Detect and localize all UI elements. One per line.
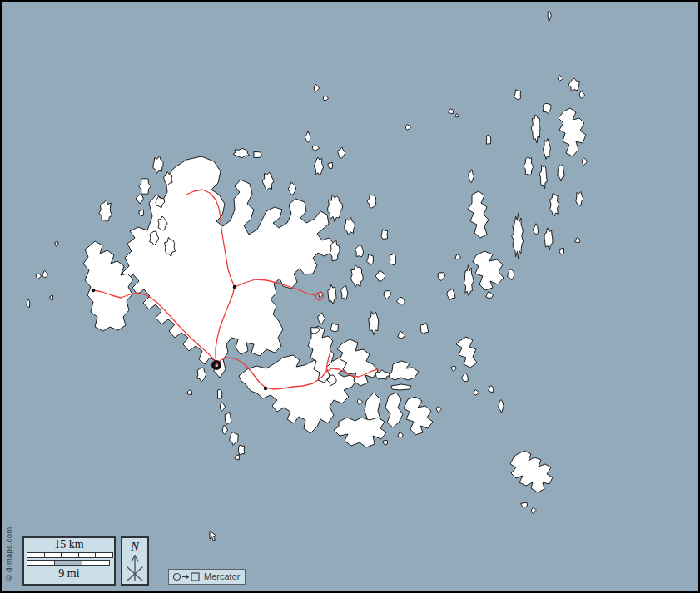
- island: [254, 152, 262, 158]
- copyright-text: © d-maps.com: [4, 502, 13, 581]
- scale-km-label: 15 km: [24, 538, 114, 551]
- scale-segment: [79, 553, 97, 557]
- island: [139, 210, 144, 216]
- map-svg: [2, 2, 700, 593]
- island-foglo-sliver: [391, 384, 411, 390]
- scale-segment: [55, 561, 82, 565]
- scale-bar-km: [27, 552, 113, 558]
- town-dot: [264, 387, 268, 391]
- island: [486, 135, 490, 144]
- scale-bar-mi: [27, 560, 110, 566]
- island: [238, 445, 244, 455]
- island: [235, 455, 239, 460]
- island: [341, 286, 348, 300]
- island: [381, 230, 388, 240]
- projection-box: Mercator: [168, 569, 246, 585]
- town-dot: [233, 285, 237, 289]
- scale-box: 15 km 9 mi: [22, 536, 116, 586]
- scale-segment: [27, 561, 55, 565]
- scale-segment: [96, 553, 112, 557]
- town-dot: [92, 289, 96, 293]
- scale-segment: [45, 553, 62, 557]
- scale-mi-label: 9 mi: [24, 567, 114, 580]
- map-stage: 15 km 9 mi N Mercator: [0, 0, 700, 593]
- island: [217, 390, 222, 399]
- north-label: N: [122, 540, 147, 553]
- island: [514, 90, 521, 100]
- scale-segment: [62, 553, 79, 557]
- north-arrow-icon: [123, 553, 146, 583]
- north-box: N: [121, 536, 149, 586]
- projection-label: Mercator: [204, 570, 240, 584]
- island: [390, 254, 395, 265]
- scale-segment: [82, 561, 109, 565]
- projection-symbol-icon: [172, 571, 201, 582]
- island: [50, 295, 53, 300]
- scale-segment: [27, 553, 45, 557]
